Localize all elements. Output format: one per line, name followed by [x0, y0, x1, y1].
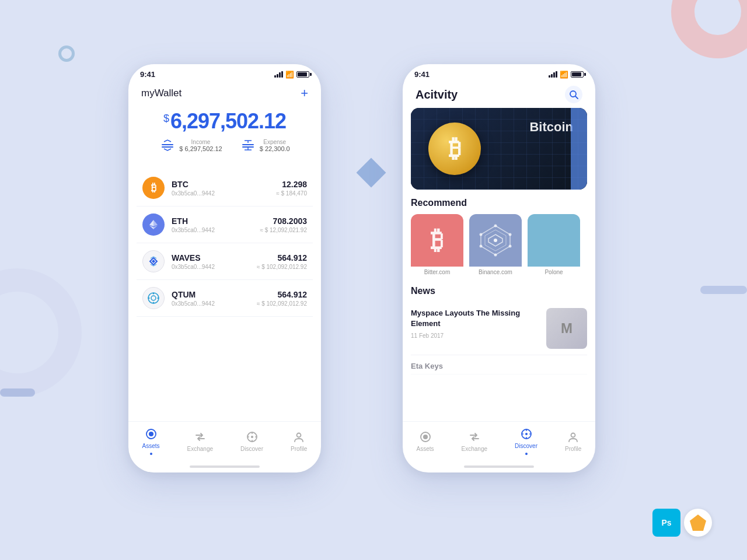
svg-point-10: [153, 293, 155, 295]
assets-icon-right: [419, 430, 432, 443]
btc-name: BTC: [172, 180, 269, 189]
nav-assets-label-right: Assets: [417, 446, 434, 452]
activity-title: Acitvity: [416, 88, 458, 102]
exchange-icon-right: [468, 430, 481, 443]
svg-point-15: [149, 432, 153, 436]
nav-profile-label-left: Profile: [291, 446, 307, 452]
income-label: Income: [179, 139, 222, 145]
bottom-nav-right: Assets Exchange Discover: [403, 421, 595, 466]
polone-label: Polone: [528, 267, 580, 278]
eth-coin-icon: [142, 214, 165, 236]
nav-profile-right[interactable]: Profile: [565, 430, 581, 452]
recommend-title: Recommend: [411, 198, 587, 208]
nav-assets-right[interactable]: Assets: [417, 430, 434, 452]
sketch-diamond-icon: [690, 514, 706, 531]
nav-discover-right[interactable]: Discover: [515, 428, 537, 455]
wifi-icon-left: 📶: [285, 71, 294, 79]
bg-circle-blue: [58, 46, 75, 62]
nav-exchange-left[interactable]: Exchange: [187, 430, 213, 452]
waves-name: WAVES: [172, 253, 250, 262]
news-item-1-date: 11 Feb 2017: [411, 332, 540, 339]
nav-discover-label-right: Discover: [515, 443, 537, 449]
binance-card-image: [469, 214, 522, 267]
income-value: $ 6,297,502.12: [179, 145, 222, 152]
svg-line-20: [575, 96, 578, 99]
svg-rect-2: [242, 144, 254, 145]
svg-point-27: [494, 254, 497, 257]
rec-card-polone[interactable]: Polone: [528, 214, 580, 278]
bitcoin-blue-strip: [571, 108, 587, 190]
btc-address: 0x3b5ca0...9442: [172, 190, 269, 197]
wallet-header: myWallet +: [128, 81, 321, 103]
waves-usd: ≈ $ 102,092,012.92: [257, 264, 307, 270]
wallet-title: myWallet: [141, 88, 181, 99]
nav-assets-left[interactable]: Assets: [142, 428, 160, 455]
waves-address: 0x3b5ca0...9442: [172, 264, 250, 270]
news-item-2-title: Eta Keys: [411, 361, 587, 372]
nav-discover-left[interactable]: Discover: [240, 430, 263, 452]
btc-amount: 12.298: [276, 180, 307, 189]
search-icon: [569, 90, 578, 99]
svg-rect-3: [242, 146, 254, 148]
waves-coin-icon: [142, 250, 165, 272]
svg-point-29: [480, 233, 483, 236]
activity-content: ₿ Bitcoin Recommend ₿ Bitter.com: [403, 108, 595, 421]
nav-exchange-label-left: Exchange: [187, 446, 213, 452]
home-indicator-left: [128, 466, 321, 473]
expense-icon: [240, 137, 256, 153]
rec-card-binance[interactable]: Binance.com: [469, 214, 522, 278]
svg-point-26: [509, 245, 512, 248]
balance-amount: 6,297,502.12: [170, 109, 286, 134]
bitter-b-icon: ₿: [431, 226, 444, 256]
coin-item-qtum[interactable]: QTUM 0x3b5ca0...9442 564.912 ≈ $ 102,092…: [137, 280, 313, 317]
coin-item-waves[interactable]: WAVES 0x3b5ca0...9442 564.912 ≈ $ 102,09…: [137, 243, 313, 280]
qtum-name: QTUM: [172, 290, 250, 299]
polone-card-image: [528, 214, 580, 267]
search-button[interactable]: [565, 86, 582, 103]
recommend-row: ₿ Bitter.com: [411, 214, 587, 278]
eth-address: 0x3b5ca0...9442: [172, 227, 253, 233]
assets-icon-left: [145, 428, 158, 440]
bg-diamond: [357, 158, 386, 188]
wifi-icon-right: 📶: [560, 71, 568, 79]
svg-point-30: [494, 239, 497, 242]
qtum-usd: ≈ $ 102,092,012.92: [257, 300, 307, 307]
bitcoin-banner[interactable]: ₿ Bitcoin: [411, 108, 587, 190]
svg-rect-1: [162, 146, 173, 148]
news-item-2[interactable]: Eta Keys: [411, 355, 587, 374]
sketch-badge: [684, 509, 712, 537]
dollar-sign: $: [163, 113, 169, 125]
news-item-1[interactable]: Myspace Layouts The Missing Element 11 F…: [411, 302, 587, 355]
svg-rect-0: [162, 144, 173, 145]
nav-profile-left[interactable]: Profile: [291, 430, 307, 452]
svg-point-13: [158, 298, 159, 299]
svg-point-11: [153, 302, 155, 304]
waves-amount: 564.912: [257, 253, 307, 262]
svg-point-24: [494, 225, 497, 228]
activity-header: Acitvity: [403, 81, 595, 108]
tools-row: Ps: [652, 509, 712, 537]
bg-circle-large: [0, 268, 82, 397]
binance-label: Binance.com: [469, 267, 522, 278]
rec-card-bitter[interactable]: ₿ Bitter.com: [411, 214, 463, 278]
coin-item-eth[interactable]: ETH 0x3b5ca0...9442 708.2003 ≈ $ 12,092,…: [137, 206, 313, 243]
income-item: Income $ 6,297,502.12: [159, 137, 222, 153]
eth-amount: 708.2003: [260, 216, 307, 226]
bg-rect-right: [700, 286, 747, 294]
add-button[interactable]: +: [301, 86, 308, 101]
svg-point-18: [297, 433, 301, 438]
status-icons-right: 📶: [549, 71, 584, 79]
nav-exchange-right[interactable]: Exchange: [462, 430, 487, 452]
news-item-1-thumb: M: [546, 308, 587, 349]
qtum-address: 0x3b5ca0...9442: [172, 300, 250, 307]
status-time-left: 9:41: [140, 70, 155, 79]
bitter-card-image: ₿: [411, 214, 463, 267]
coin-item-btc[interactable]: ₿ BTC 0x3b5ca0...9442 12.298 ≈ $ 184,470: [137, 170, 313, 206]
bitcoin-label: Bitcoin: [529, 120, 573, 135]
binance-geo-icon: [478, 223, 513, 258]
right-phone: 9:41 📶 Acitvity: [403, 64, 595, 473]
status-time-right: 9:41: [414, 70, 430, 79]
status-icons-left: 📶: [274, 71, 309, 79]
signal-bars-right: [549, 71, 557, 78]
qtum-amount: 564.912: [257, 290, 307, 299]
